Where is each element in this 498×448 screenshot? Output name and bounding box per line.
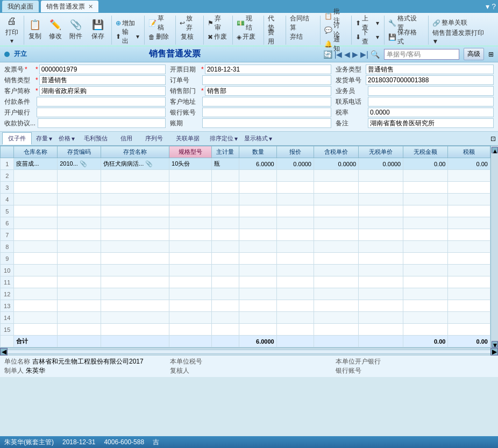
- search-icon[interactable]: 🔍: [371, 50, 380, 59]
- biz-type-input[interactable]: [366, 65, 494, 74]
- scroll-up-button[interactable]: ▲: [492, 147, 498, 153]
- prev-icon[interactable]: ◀: [344, 50, 350, 59]
- order-input[interactable]: [202, 75, 331, 85]
- form-col3: 业务类型 发货单号 业务员 联系电话 税率 备注: [336, 65, 494, 129]
- sales-type-input[interactable]: [39, 75, 166, 85]
- copy-button[interactable]: 📋 复制: [25, 16, 45, 45]
- review-button[interactable]: 复核: [177, 31, 197, 43]
- draft-button[interactable]: 📝 草稿: [146, 17, 173, 30]
- th-itemcode: 存货编码: [58, 146, 101, 158]
- cell-notaxprice: 0.0000: [359, 158, 403, 170]
- grid-view-icon[interactable]: ⊞: [488, 51, 494, 58]
- export-button[interactable]: ⬆ 输出 ▾: [113, 30, 142, 43]
- payment-input[interactable]: [37, 97, 166, 106]
- tab-price[interactable]: 价格 ▾: [55, 133, 78, 144]
- next-icon[interactable]: ▶: [352, 50, 358, 59]
- data-table: 仓库名称 存货编码 存货名称 规格型号 主计量 数量 报价 含税单价 无税单价 …: [0, 146, 490, 347]
- tab-credit[interactable]: 信用: [115, 132, 138, 145]
- table-row[interactable]: 8: [1, 241, 490, 253]
- horizontal-scrollbar[interactable]: ◀ ▶: [0, 347, 498, 355]
- table-row[interactable]: 13: [1, 300, 490, 312]
- table-row[interactable]: 10: [1, 265, 490, 276]
- phone-input[interactable]: [368, 97, 494, 106]
- detail-tab-bar: 仅子件 存量 ▾ 价格 ▾ 毛利预估 信用 序列号 关联单据 排序定位 ▾ 显示…: [0, 132, 498, 146]
- delete-button[interactable]: 🗑 删除: [146, 31, 172, 44]
- open-button[interactable]: ◈ 开废: [234, 31, 258, 44]
- tab-profit[interactable]: 毛利预估: [78, 132, 113, 145]
- link-button[interactable]: 🔗 整单关联: [430, 17, 470, 30]
- sales-type-label: 销售类型: [4, 76, 34, 85]
- tab-display[interactable]: 显示格式 ▾: [241, 133, 275, 144]
- table-row[interactable]: 12: [1, 288, 490, 300]
- down-button[interactable]: ⬇ 下查 ▾: [353, 31, 382, 44]
- note-input[interactable]: [368, 118, 494, 128]
- add-col: ⊕ 增加 ⬆ 输出 ▾: [113, 17, 142, 43]
- tab-invoice[interactable]: 销售普通发票 ✕: [41, 1, 98, 12]
- table-header-row: 仓库名称 存货编码 存货名称 规格型号 主计量 数量 报价 含税单价 无税单价 …: [1, 146, 490, 158]
- settle-button[interactable]: 合同结算: [287, 17, 318, 30]
- expense-button[interactable]: 费用: [265, 31, 283, 44]
- tab-qty[interactable]: 存量 ▾: [33, 133, 55, 144]
- statusbar-date: 2018-12-31: [62, 438, 95, 446]
- period-input[interactable]: [202, 118, 331, 128]
- cash-button[interactable]: 💵 现结: [234, 17, 261, 30]
- scroll-right-button[interactable]: ▶: [490, 348, 498, 355]
- tab-sort[interactable]: 排序定位 ▾: [207, 133, 241, 144]
- settle2-button[interactable]: 弃结: [287, 31, 305, 44]
- total-row: 合计 6.0000 0.00 0.00: [1, 336, 490, 347]
- last-icon[interactable]: ▶|: [360, 50, 368, 59]
- help-icon[interactable]: ?: [492, 2, 496, 11]
- customer-input[interactable]: [39, 86, 166, 96]
- vertical-scrollbar[interactable]: ▲ ▼: [490, 146, 498, 347]
- invoice-no-input[interactable]: [39, 65, 166, 74]
- toolbar: 🖨 打印 ▾ 📋 复制 ✏️ 修改 📎 附件 💾 保存: [0, 13, 498, 46]
- search-input[interactable]: [384, 49, 459, 60]
- tax-rate-input[interactable]: [368, 108, 494, 117]
- table-row[interactable]: 4: [1, 194, 490, 205]
- attach-button[interactable]: 📎 附件: [66, 16, 86, 45]
- table-row[interactable]: 2: [1, 170, 490, 182]
- table-row[interactable]: 1 疫苗成... 2010... 📎 伪狂犬病病活... 📎 10头份 瓶 6.…: [1, 158, 490, 170]
- save-format-button[interactable]: 💾 保存格式: [386, 31, 426, 44]
- cust-addr-input[interactable]: [202, 97, 331, 106]
- ship-no-input[interactable]: [366, 75, 494, 85]
- table-config-icon[interactable]: ⊡: [490, 135, 496, 143]
- table-row[interactable]: 14: [1, 312, 490, 324]
- bank-input[interactable]: [37, 108, 166, 117]
- collect-input[interactable]: [38, 118, 166, 128]
- advanced-button[interactable]: 高级: [464, 48, 484, 60]
- bank-no-input[interactable]: [202, 108, 331, 117]
- tab-related[interactable]: 关联单据: [170, 132, 205, 145]
- biz-type-row: 业务类型: [336, 65, 494, 74]
- print2-button[interactable]: 销售普通发票打印▼: [430, 31, 493, 44]
- table-row[interactable]: 5: [1, 205, 490, 217]
- discard-button[interactable]: ↩ 放弃: [177, 17, 202, 30]
- table-row[interactable]: 11: [1, 276, 490, 288]
- down-arrow: ▾: [376, 33, 379, 41]
- abandon-button[interactable]: ⚑ 弃审: [205, 17, 230, 30]
- table-row[interactable]: 7: [1, 229, 490, 241]
- table-row[interactable]: 3: [1, 182, 490, 194]
- notify-button[interactable]: 🔔 通知: [322, 38, 349, 51]
- scroll-left-button[interactable]: ◀: [0, 348, 8, 355]
- menu-icon[interactable]: ▾: [486, 2, 489, 11]
- print-button[interactable]: 🖨 打印 ▾: [2, 16, 22, 45]
- note-label: 备注: [336, 119, 366, 128]
- invoice-date-row: 开票日期 *: [170, 65, 331, 74]
- edit-button[interactable]: ✏️ 修改: [46, 16, 65, 45]
- tab-desktop[interactable]: 我的桌面: [2, 1, 39, 12]
- table-row[interactable]: 9: [1, 253, 490, 265]
- salesperson-input[interactable]: [368, 86, 494, 96]
- make-button[interactable]: ✖ 作废: [205, 31, 230, 44]
- invoice-date-input[interactable]: [205, 65, 331, 74]
- first-icon[interactable]: |◀: [335, 50, 343, 59]
- scroll-down-button[interactable]: ▼: [492, 341, 498, 347]
- table-row[interactable]: 6: [1, 217, 490, 229]
- refresh-icon[interactable]: 🔄: [323, 50, 332, 59]
- tab-close-icon[interactable]: ✕: [88, 3, 93, 10]
- tab-serial[interactable]: 序列号: [139, 132, 169, 145]
- table-row[interactable]: 15: [1, 324, 490, 336]
- dept-input[interactable]: [205, 86, 331, 96]
- save-button[interactable]: 💾 保存: [87, 16, 109, 45]
- tab-sub-item[interactable]: 仅子件: [2, 132, 32, 145]
